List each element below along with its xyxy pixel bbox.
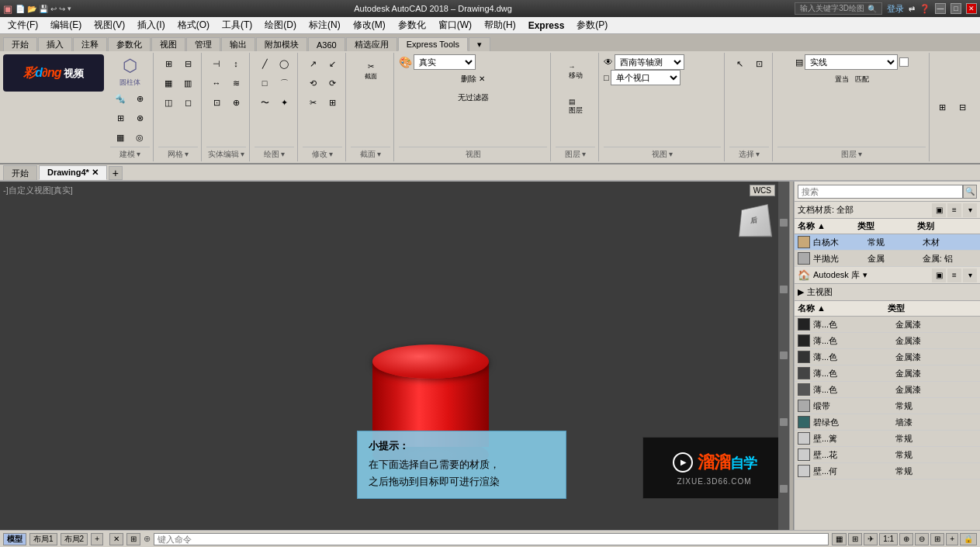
solid-edit-more[interactable]: ⊕ [227,93,245,112]
modify-btn-3[interactable]: ⟲ [303,74,322,92]
material-search-input[interactable] [798,185,963,199]
qa-new-btn[interactable]: 📄 [16,5,25,13]
panel-view-list-btn[interactable]: ≡ [947,203,961,217]
lib-view-grid[interactable]: ▣ [932,268,946,282]
menu-item-help[interactable]: 帮助(H) [478,17,522,33]
layer-dropdown[interactable]: 实线 [805,54,898,70]
menu-item-window[interactable]: 窗口(W) [432,17,478,33]
smooth-btn[interactable]: ≋ [227,74,245,92]
ribbon-tab-featured[interactable]: 精选应用 [346,37,397,51]
set-current-btn[interactable]: 置当 [833,70,851,88]
viewport-mode-dropdown[interactable]: 单个视口 [611,70,680,85]
menu-item-params[interactable]: 参数(P) [570,17,614,33]
tab-start[interactable]: 开始 [3,165,37,180]
draw-btn-4[interactable]: ⌒ [275,74,293,92]
modify-btn-2[interactable]: ↙ [323,54,341,73]
mesh-btn-4[interactable]: ▥ [178,74,197,92]
modify-btn-6[interactable]: ⊞ [323,93,341,112]
status-layout1-btn[interactable]: 布局1 [29,533,57,545]
menu-item-parametric[interactable]: 参数化 [392,17,432,33]
qa-redo-btn[interactable]: ↪ [59,5,65,13]
restore-btn[interactable]: □ [951,3,961,14]
menu-item-edit[interactable]: 编辑(E) [44,17,88,33]
no-filter-btn[interactable]: 无过滤器 [442,88,504,107]
modify-btn-4[interactable]: ⟳ [323,74,341,92]
tab-drawing4[interactable]: Drawing4* ✕ [39,165,107,180]
model-btn-7[interactable]: ◎ [130,128,149,147]
handle-btn-5[interactable] [780,485,788,493]
menu-item-express[interactable]: Express [522,19,571,33]
visual-style-dropdown[interactable]: 真实 概念 着色 [414,54,476,70]
model-btn-4[interactable]: ▦ [111,128,130,147]
status-snap-btn[interactable]: ⊞ [126,533,140,545]
qa-save-btn[interactable]: 💾 [39,5,48,13]
material-row-1[interactable]: 白杨木 常规 木材 [795,234,980,251]
draw-btn-3[interactable]: □ [255,74,274,92]
match-layer-btn[interactable]: 匹配 [853,70,871,88]
ribbon-tab-insert[interactable]: 插入 [38,37,72,51]
menu-item-modify[interactable]: 修改(M) [347,17,392,33]
library-dropdown-arrow[interactable]: ▾ [863,270,867,280]
status-zoom-in-btn[interactable]: ⊕ [899,533,913,545]
draw-btn-5[interactable]: 〜 [255,93,274,112]
model-btn-2[interactable]: 🔩 [111,89,130,108]
ribbon-right-btn-2[interactable]: ⊟ [953,98,971,116]
status-add-layout-btn[interactable]: + [91,533,103,545]
panel-section-header[interactable]: ▶ 主视图 [795,284,980,301]
draw-btn-6[interactable]: ✦ [275,93,293,112]
panel-view-more-btn[interactable]: ▾ [963,203,977,217]
section-btn-1[interactable]: ✂截面 [356,54,386,88]
press-pull-btn[interactable]: ↕ [227,54,245,73]
draw-btn-2[interactable]: ◯ [275,54,293,73]
status-zoom-out-btn[interactable]: ⊖ [915,533,929,545]
model-btn-1[interactable]: ⬡圆柱体 [114,54,147,88]
lib-row-1[interactable]: 薄...色 金属漆 [795,317,980,333]
mesh-btn-5[interactable]: ◫ [159,93,178,112]
status-anno-btn[interactable]: ⊞ [930,533,944,545]
lib-row-5[interactable]: 薄...色 金属漆 [795,382,980,398]
ribbon-tab-a360[interactable]: A360 [308,37,345,51]
minimize-btn[interactable]: — [935,3,946,14]
status-model-btn[interactable]: 模型 [3,533,26,545]
ribbon-tab-annotate[interactable]: 注释 [73,37,107,51]
search-box[interactable]: 输入关键字3D绘图 🔍 [795,2,882,15]
lib-row-9[interactable]: 壁...花 常规 [795,447,980,463]
lib-row-3[interactable]: 薄...色 金属漆 [795,349,980,365]
ribbon-right-btn-3[interactable]: ⊕ [973,98,980,116]
material-search-btn[interactable]: 🔍 [963,185,977,199]
model-btn-6[interactable]: ⊗ [130,109,149,127]
ribbon-tab-more[interactable]: ▾ [469,37,490,51]
material-row-2[interactable]: 半抛光 金属 金属: 铝 [795,251,980,267]
status-cross-btn[interactable]: ✕ [109,533,123,545]
qa-open-btn[interactable]: 📂 [27,5,36,13]
mesh-btn-1[interactable]: ⊞ [159,54,178,73]
layer-prop-btn[interactable]: ▤图层 [561,89,590,123]
status-snap-toggle[interactable]: ▦ [832,533,847,545]
mesh-btn-3[interactable]: ▦ [159,74,178,92]
wcs-button[interactable]: WCS [750,185,775,196]
handle-btn-4[interactable] [780,418,788,426]
help-icon[interactable]: ❓ [919,4,930,14]
ribbon-tab-output[interactable]: 输出 [221,37,255,51]
ribbon-right-btn-1[interactable]: ⊞ [933,98,951,116]
menu-item-draw[interactable]: 绘图(D) [258,17,303,33]
modify-btn-1[interactable]: ↗ [303,54,322,73]
status-lock-btn[interactable]: 🔒 [960,533,977,545]
stretch-btn[interactable]: ↔ [207,74,226,92]
handle-btn-1[interactable] [780,219,788,227]
select-btn-2[interactable]: ⊡ [750,54,768,73]
tab-add[interactable]: + [109,166,123,180]
close-btn[interactable]: ✕ [966,3,977,14]
draw-btn-1[interactable]: ╱ [255,54,274,73]
delete-btn[interactable]: 删除 ✕ [459,70,488,88]
modify-btn-5[interactable]: ✂ [303,93,322,112]
ribbon-tab-manage[interactable]: 管理 [186,37,220,51]
lib-row-7[interactable]: 碧绿色 墙漆 [795,414,980,431]
status-workspace-btn[interactable]: + [946,533,958,545]
move-btn[interactable]: →移动 [561,54,590,88]
ribbon-tab-start[interactable]: 开始 [3,37,37,51]
stretch-face-btn[interactable]: ⊡ [207,93,226,112]
extract-btn[interactable]: ⊣ [207,54,226,73]
handle-btn-2[interactable] [780,286,788,293]
login-link[interactable]: 登录 [887,3,904,15]
